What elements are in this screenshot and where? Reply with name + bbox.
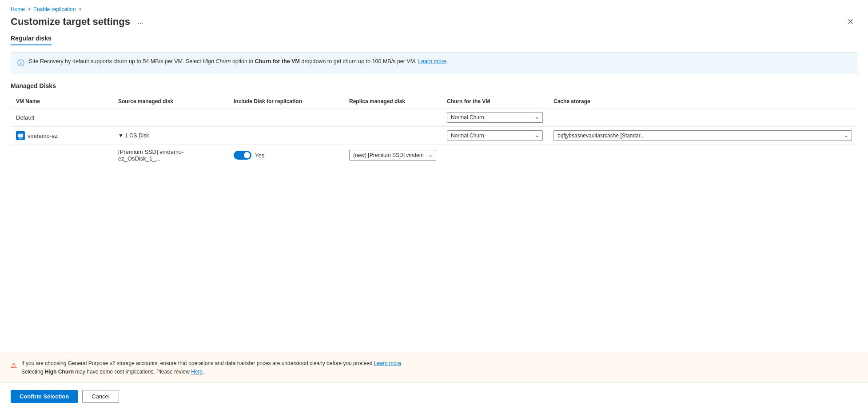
- replica-disk-dropdown-wrap[interactable]: (new) [Premium SSD] vmdemo-ez_...: [349, 150, 436, 161]
- vm-icon-svg: [17, 133, 24, 139]
- managed-disks-section: Managed Disks VM Name Source managed dis…: [11, 82, 857, 165]
- info-learn-more-link[interactable]: Learn more: [418, 58, 446, 64]
- confirm-selection-button[interactable]: Confirm Selection: [11, 390, 78, 403]
- default-churn-dropdown-wrap[interactable]: Normal Churn High Churn: [447, 112, 543, 123]
- section-heading-regular-disks: Regular disks: [11, 35, 52, 45]
- include-disk-label: Yes: [255, 152, 264, 159]
- svg-rect-2: [19, 138, 23, 139]
- warning-here-link[interactable]: Here: [191, 369, 203, 375]
- svg-rect-1: [19, 137, 21, 138]
- col-header-source-disk: Source managed disk: [113, 95, 228, 109]
- warning-text-container: If you are choosing General Purpose v2 s…: [21, 359, 403, 376]
- page-title: Customize target settings: [11, 16, 130, 28]
- vm-cache-cell: bqfjybsasnevaultasrcache [Standar...: [548, 127, 857, 145]
- table-row-disk: [Premium SSD] vmdemo-ez_OsDisk_1_... Yes: [11, 145, 857, 166]
- col-header-churn: Churn for the VM: [442, 95, 548, 109]
- page-header: Customize target settings ... ✕: [0, 14, 868, 35]
- vm-churn-cell: Normal Churn High Churn: [442, 127, 548, 145]
- vm-os-disk-label-cell: ▼ 1 OS Disk: [113, 127, 228, 145]
- info-banner: ⓘ Site Recovery by default supports chur…: [11, 52, 857, 73]
- vm-name-display: vmdemo-ez: [16, 131, 108, 140]
- disk-churn-cell: [442, 145, 548, 166]
- warning-line1: If you are choosing General Purpose v2 s…: [21, 359, 403, 368]
- default-churn-dropdown[interactable]: Normal Churn High Churn: [447, 112, 543, 123]
- vm-cache-dropdown[interactable]: bqfjybsasnevaultasrcache [Standar...: [553, 130, 852, 141]
- disk-cache-cell: [548, 145, 857, 166]
- table-row-default: Default Normal Churn High Churn: [11, 109, 857, 127]
- action-bar: Confirm Selection Cancel: [0, 382, 868, 410]
- table-row-vm: vmdemo-ez ▼ 1 OS Disk Normal Churn: [11, 127, 857, 145]
- col-header-vm-name: VM Name: [11, 95, 113, 109]
- vm-name-cell: vmdemo-ez: [11, 127, 113, 145]
- info-icon: ⓘ: [17, 58, 24, 68]
- replica-disk-dropdown[interactable]: (new) [Premium SSD] vmdemo-ez_...: [349, 150, 436, 161]
- toggle-wrap: Yes: [234, 151, 338, 160]
- cancel-button[interactable]: Cancel: [82, 390, 119, 403]
- disk-table: VM Name Source managed disk Include Disk…: [11, 95, 857, 165]
- warning-learn-more-link[interactable]: Learn more: [374, 360, 401, 366]
- vm-name-label: vmdemo-ez: [28, 133, 58, 139]
- vm-churn-dropdown-wrap[interactable]: Normal Churn High Churn: [447, 130, 543, 141]
- svg-rect-0: [18, 134, 23, 137]
- vm-cache-dropdown-wrap[interactable]: bqfjybsasnevaultasrcache [Standar...: [553, 130, 852, 141]
- col-header-cache: Cache storage: [548, 95, 857, 109]
- os-disk-label: ▼ 1 OS Disk: [118, 133, 223, 139]
- default-include-disk: [228, 109, 344, 127]
- regular-disks-section: Regular disks: [11, 35, 857, 52]
- disk-replica-cell: (new) [Premium SSD] vmdemo-ez_...: [344, 145, 442, 166]
- disk-source-text: [Premium SSD] vmdemo-ez_OsDisk_1_...: [118, 149, 183, 162]
- breadcrumb-home[interactable]: Home: [11, 6, 25, 12]
- page-title-row: Customize target settings ...: [11, 16, 146, 28]
- close-button[interactable]: ✕: [844, 16, 857, 28]
- col-header-include-disk: Include Disk for replication: [228, 95, 344, 109]
- breadcrumb: Home > Enable replication >: [0, 0, 868, 14]
- warning-footer: ⚠ If you are choosing General Purpose v2…: [0, 353, 868, 382]
- default-churn-cell: Normal Churn High Churn: [442, 109, 548, 127]
- vm-replica-cell: [344, 127, 442, 145]
- warning-icon: ⚠: [11, 360, 17, 371]
- vm-icon: [16, 131, 25, 140]
- disk-row-vmname: [11, 145, 113, 166]
- more-options-button[interactable]: ...: [135, 17, 146, 27]
- include-disk-toggle[interactable]: [234, 151, 251, 160]
- info-banner-text: Site Recovery by default supports churn …: [29, 57, 448, 66]
- main-content: Regular disks ⓘ Site Recovery by default…: [0, 35, 868, 353]
- disk-source-label: [Premium SSD] vmdemo-ez_OsDisk_1_...: [113, 145, 228, 166]
- disk-include-cell: Yes: [228, 145, 344, 166]
- managed-disks-heading: Managed Disks: [11, 82, 857, 89]
- vm-include-cell: [228, 127, 344, 145]
- default-replica-disk: [344, 109, 442, 127]
- vm-churn-dropdown[interactable]: Normal Churn High Churn: [447, 130, 543, 141]
- default-source-disk: [113, 109, 228, 127]
- breadcrumb-sep2: >: [78, 6, 81, 12]
- breadcrumb-enable-replication[interactable]: Enable replication: [33, 6, 76, 12]
- table-header-row: VM Name Source managed disk Include Disk…: [11, 95, 857, 109]
- breadcrumb-sep1: >: [28, 6, 31, 12]
- default-vm-name: Default: [11, 109, 113, 127]
- default-cache-cell: [548, 109, 857, 127]
- col-header-replica-disk: Replica managed disk: [344, 95, 442, 109]
- warning-line2: Selecting High Churn may have some cost …: [21, 368, 403, 376]
- page-container: Home > Enable replication > Customize ta…: [0, 0, 868, 410]
- toggle-slider: [234, 151, 251, 160]
